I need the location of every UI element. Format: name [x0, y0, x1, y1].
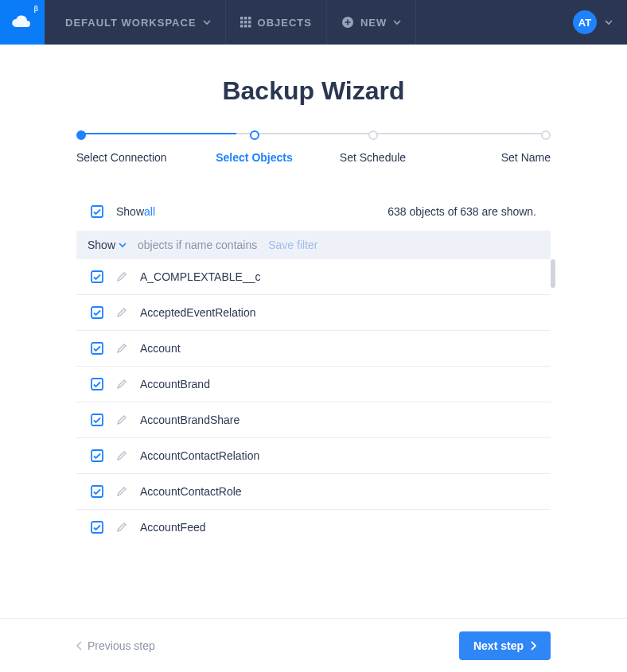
svg-rect-14: [92, 379, 103, 390]
plus-circle-icon: [341, 16, 354, 29]
edit-icon[interactable]: [116, 486, 127, 497]
filter-show-dropdown[interactable]: [119, 241, 127, 249]
object-name: AccountBrand: [140, 378, 210, 390]
new-label: NEW: [360, 17, 387, 29]
chevron-right-icon: [530, 641, 536, 651]
chevron-left-icon: [76, 641, 83, 651]
logo[interactable]: β: [0, 0, 45, 45]
page: Backup Wizard Select Connection Select O…: [0, 45, 627, 618]
step-label: Set Schedule: [314, 151, 432, 164]
object-row[interactable]: AccountContactRole: [76, 474, 551, 510]
object-row[interactable]: A_COMPLEXTABLE__c: [76, 259, 551, 295]
step-dot-active: [250, 130, 259, 140]
object-checkbox[interactable]: [91, 270, 103, 283]
chevron-down-icon: [605, 18, 613, 26]
filter-show-label: Show: [88, 239, 115, 251]
svg-rect-1: [244, 17, 247, 20]
svg-rect-6: [240, 25, 243, 28]
edit-icon[interactable]: [116, 271, 127, 282]
object-row[interactable]: AccountFeed: [76, 510, 551, 545]
step-select-objects[interactable]: Select Objects: [195, 129, 314, 164]
object-checkbox[interactable]: [91, 521, 103, 534]
step-set-schedule[interactable]: Set Schedule: [314, 129, 432, 164]
filter-bar: Show objects if name contains Save filte…: [76, 231, 551, 259]
stepper: Select Connection Select Objects Set Sch…: [76, 133, 551, 164]
step-set-name[interactable]: Set Name: [432, 129, 551, 164]
workspace-selector[interactable]: DEFAULT WORKSPACE: [45, 0, 226, 45]
workspace-label: DEFAULT WORKSPACE: [65, 17, 197, 29]
object-name: AccountContactRelation: [140, 449, 259, 462]
next-step-button[interactable]: Next step: [459, 631, 551, 660]
page-title: Backup Wizard: [222, 76, 404, 106]
nav-objects[interactable]: OBJECTS: [226, 0, 327, 45]
show-all-link[interactable]: all: [144, 205, 155, 218]
previous-step-label: Previous step: [88, 639, 155, 652]
object-row[interactable]: AccountContactRelation: [76, 438, 551, 474]
chevron-down-icon: [119, 241, 127, 249]
svg-rect-8: [248, 25, 251, 28]
svg-rect-4: [244, 21, 247, 24]
step-label: Set Name: [432, 151, 551, 164]
object-row[interactable]: AccountBrand: [76, 367, 551, 402]
object-checkbox[interactable]: [91, 414, 103, 426]
objects-count: 638 objects of 638 are shown.: [387, 205, 536, 218]
object-checkbox[interactable]: [91, 306, 103, 319]
svg-rect-2: [248, 17, 251, 20]
previous-step-button[interactable]: Previous step: [76, 639, 155, 652]
edit-icon[interactable]: [116, 522, 127, 533]
step-select-connection[interactable]: Select Connection: [76, 129, 195, 164]
object-checkbox[interactable]: [91, 378, 103, 390]
check-all-icon[interactable]: [91, 205, 103, 218]
next-step-label: Next step: [473, 639, 524, 652]
object-name: Account: [140, 342, 181, 355]
edit-icon[interactable]: [116, 343, 127, 354]
cloud-icon: [11, 14, 33, 30]
step-label: Select Objects: [195, 151, 314, 164]
object-name: A_COMPLEXTABLE__c: [140, 270, 260, 283]
svg-rect-16: [92, 450, 103, 461]
svg-rect-3: [240, 21, 243, 24]
footer: Previous step Next step: [0, 618, 627, 672]
nav-new[interactable]: NEW: [327, 0, 416, 45]
svg-rect-10: [92, 206, 103, 217]
edit-icon[interactable]: [116, 307, 127, 318]
svg-rect-17: [92, 486, 103, 497]
svg-rect-0: [240, 17, 243, 20]
step-dot-done: [76, 130, 86, 140]
avatar: AT: [573, 10, 597, 34]
step-dot: [541, 130, 551, 140]
objects-label: OBJECTS: [258, 17, 312, 29]
edit-icon[interactable]: [116, 379, 127, 390]
object-list: A_COMPLEXTABLE__c AcceptedEventRelation: [76, 259, 551, 545]
svg-rect-5: [248, 21, 251, 24]
object-checkbox[interactable]: [91, 485, 103, 498]
grid-icon: [240, 17, 251, 28]
step-label: Select Connection: [76, 151, 195, 164]
svg-rect-15: [92, 414, 103, 425]
save-filter-link[interactable]: Save filter: [268, 239, 317, 251]
object-row[interactable]: Account: [76, 331, 551, 367]
object-row[interactable]: AcceptedEventRelation: [76, 295, 551, 331]
chevron-down-icon: [203, 18, 211, 26]
edit-icon[interactable]: [116, 450, 127, 461]
show-all-row: Show all 638 objects of 638 are shown.: [76, 192, 551, 231]
object-checkbox[interactable]: [91, 449, 103, 462]
svg-rect-18: [92, 522, 103, 533]
scrollbar-thumb[interactable]: [551, 259, 555, 288]
object-name: AccountContactRole: [140, 485, 242, 498]
svg-rect-7: [244, 25, 247, 28]
object-row[interactable]: AccountBrandShare: [76, 402, 551, 438]
object-checkbox[interactable]: [91, 342, 103, 355]
nav-spacer: [416, 0, 559, 45]
object-name: AcceptedEventRelation: [140, 306, 256, 319]
svg-rect-12: [92, 307, 103, 318]
logo-badge: β: [34, 5, 39, 13]
filter-hint[interactable]: objects if name contains: [138, 239, 257, 251]
topbar: β DEFAULT WORKSPACE OBJECTS NEW: [0, 0, 627, 45]
edit-icon[interactable]: [116, 414, 127, 425]
user-menu[interactable]: AT: [559, 0, 627, 45]
svg-rect-11: [92, 271, 103, 282]
objects-panel: Show all 638 objects of 638 are shown. S…: [76, 192, 551, 545]
chevron-down-icon: [393, 18, 401, 26]
object-name: AccountBrandShare: [140, 414, 240, 426]
